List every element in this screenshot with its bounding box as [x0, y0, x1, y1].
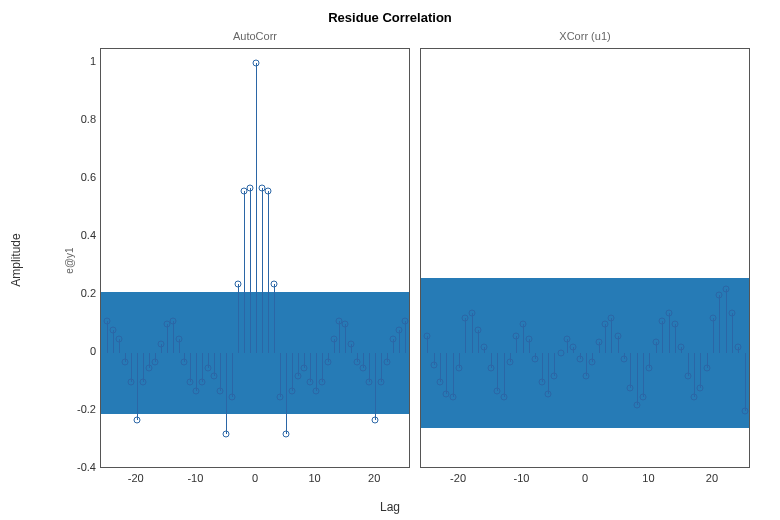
- stem-marker: [187, 379, 194, 386]
- stem-marker: [513, 332, 520, 339]
- stem-marker: [199, 379, 206, 386]
- stem: [339, 321, 340, 353]
- stem: [643, 353, 644, 396]
- stem-marker: [659, 318, 666, 325]
- y-tick: -0.4: [66, 461, 96, 473]
- stem-marker: [109, 326, 116, 333]
- stem-marker: [103, 318, 110, 325]
- stem-marker: [627, 384, 634, 391]
- stem-marker: [235, 280, 242, 287]
- stem: [220, 353, 221, 391]
- stem: [548, 353, 549, 394]
- stem-marker: [133, 416, 140, 423]
- stem: [226, 353, 227, 434]
- y-tick: 0.4: [66, 229, 96, 241]
- stem-marker: [462, 315, 469, 322]
- stem-marker: [481, 344, 488, 351]
- stem: [453, 353, 454, 396]
- x-tick: -20: [450, 472, 466, 484]
- stem-marker: [396, 326, 403, 333]
- y-tick: 0.8: [66, 113, 96, 125]
- stem-marker: [360, 364, 367, 371]
- stem-marker: [487, 364, 494, 371]
- stem: [250, 188, 251, 353]
- stem-marker: [570, 344, 577, 351]
- stem-marker: [139, 379, 146, 386]
- stem-marker: [475, 326, 482, 333]
- stem-marker: [211, 373, 218, 380]
- stem: [611, 318, 612, 353]
- x-tick: -10: [514, 472, 530, 484]
- stem-marker: [312, 387, 319, 394]
- y-tick: -0.2: [66, 403, 96, 415]
- stem-marker: [181, 358, 188, 365]
- stem-marker: [402, 318, 409, 325]
- stem-marker: [690, 393, 697, 400]
- axes-autocorr: [100, 48, 410, 468]
- x-tick: 0: [252, 472, 258, 484]
- stem-marker: [324, 358, 331, 365]
- stem: [465, 318, 466, 353]
- stem-marker: [229, 393, 236, 400]
- stem-marker: [589, 358, 596, 365]
- stem-marker: [640, 393, 647, 400]
- stem-marker: [468, 309, 475, 316]
- stem: [173, 321, 174, 353]
- x-tick: 20: [368, 472, 380, 484]
- stem: [167, 324, 168, 353]
- stem-marker: [223, 431, 230, 438]
- stem: [107, 321, 108, 353]
- stem: [274, 284, 275, 354]
- stem: [262, 188, 263, 353]
- stem-marker: [563, 335, 570, 342]
- x-tick: 10: [642, 472, 654, 484]
- stem-marker: [506, 358, 513, 365]
- stem-marker: [276, 393, 283, 400]
- x-axis-label-lag: Lag: [0, 500, 780, 514]
- stem-marker: [121, 358, 128, 365]
- x-tick: -20: [128, 472, 144, 484]
- stem-marker: [456, 364, 463, 371]
- y-axis-label-ey1: e@y1: [62, 0, 76, 520]
- stem-marker: [175, 335, 182, 342]
- stem: [523, 324, 524, 353]
- stem: [694, 353, 695, 396]
- stem: [446, 353, 447, 394]
- stem-marker: [735, 344, 742, 351]
- stem-marker: [614, 332, 621, 339]
- stem: [280, 353, 281, 396]
- stem-marker: [544, 390, 551, 397]
- stem-marker: [494, 387, 501, 394]
- stem: [630, 353, 631, 388]
- stem-marker: [551, 373, 558, 380]
- x-tick: 20: [706, 472, 718, 484]
- stem-marker: [294, 373, 301, 380]
- stem-marker: [684, 373, 691, 380]
- figure: Residue Correlation Amplitude e@y1 Lag A…: [0, 0, 780, 520]
- stem-marker: [300, 364, 307, 371]
- stem: [700, 353, 701, 388]
- y-axis-label-amplitude: Amplitude: [8, 0, 24, 520]
- stem-marker: [449, 393, 456, 400]
- y-tick: 0.6: [66, 171, 96, 183]
- stem-marker: [519, 321, 526, 328]
- stem: [316, 353, 317, 391]
- stem-marker: [608, 315, 615, 322]
- stem-marker: [247, 185, 254, 192]
- subplot-title-autocorr: AutoCorr: [100, 30, 410, 42]
- stem-marker: [633, 402, 640, 409]
- x-tick: 10: [308, 472, 320, 484]
- stem-marker: [342, 321, 349, 328]
- stem-marker: [595, 338, 602, 345]
- stem: [405, 321, 406, 353]
- stem-marker: [722, 286, 729, 293]
- stem-marker: [270, 280, 277, 287]
- stem: [504, 353, 505, 396]
- stem: [196, 353, 197, 391]
- stem: [232, 353, 233, 396]
- stem-marker: [728, 309, 735, 316]
- stem-marker: [665, 309, 672, 316]
- stem-marker: [583, 373, 590, 380]
- stem-marker: [709, 315, 716, 322]
- stem-marker: [157, 341, 164, 348]
